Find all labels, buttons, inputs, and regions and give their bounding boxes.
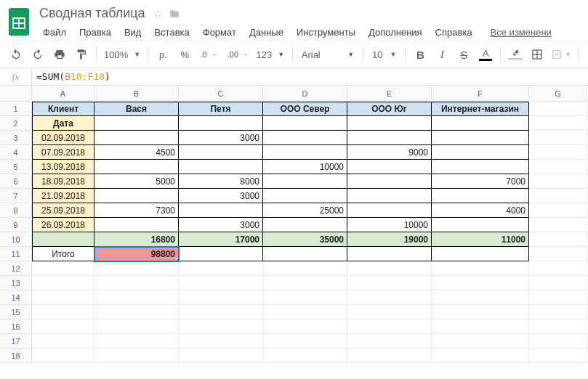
cell-C18[interactable] <box>179 349 263 363</box>
cell-G9[interactable] <box>529 218 587 232</box>
cell-D13[interactable] <box>263 276 347 290</box>
cell-F11[interactable] <box>432 247 529 261</box>
undo-button[interactable] <box>6 44 26 65</box>
cell-B6[interactable]: 5000 <box>94 174 179 189</box>
cell-B7[interactable] <box>94 189 179 203</box>
cell-A6[interactable]: 18.09.2018 <box>32 174 94 189</box>
cell-B15[interactable] <box>94 305 179 319</box>
cell-G13[interactable] <box>529 276 587 290</box>
row-head-3[interactable]: 3 <box>0 131 32 145</box>
cell-A5[interactable]: 13.09.2018 <box>32 160 94 174</box>
cell-G3[interactable] <box>529 131 587 145</box>
cell-D1[interactable]: ООО Север <box>263 102 347 116</box>
cell-G1[interactable] <box>529 102 587 116</box>
cell-D12[interactable] <box>263 261 347 276</box>
cell-D5[interactable]: 10000 <box>263 160 347 174</box>
cell-D2[interactable] <box>263 116 347 131</box>
cell-E13[interactable] <box>347 276 432 290</box>
cell-C13[interactable] <box>179 276 263 290</box>
cell-G7[interactable] <box>529 189 587 203</box>
cell-F7[interactable] <box>432 189 529 203</box>
cell-D9[interactable] <box>263 218 347 232</box>
cell-C16[interactable] <box>179 319 263 334</box>
cell-E3[interactable] <box>347 131 432 145</box>
menu-view[interactable]: Вид <box>119 24 147 41</box>
cell-C10[interactable]: 17000 <box>179 232 263 247</box>
cell-C5[interactable] <box>179 160 263 174</box>
menu-addons[interactable]: Дополнения <box>363 24 427 41</box>
cell-F16[interactable] <box>432 319 529 334</box>
cell-F17[interactable] <box>432 334 529 349</box>
cell-G6[interactable] <box>529 174 587 189</box>
cell-G4[interactable] <box>529 145 587 160</box>
cell-F18[interactable] <box>432 349 529 363</box>
cell-E17[interactable] <box>347 334 432 349</box>
cell-F1[interactable]: Интернет-магазин <box>432 102 529 116</box>
cell-B4[interactable]: 4500 <box>94 145 179 160</box>
row-head-7[interactable]: 7 <box>0 189 32 203</box>
cell-B8[interactable]: 7300 <box>94 203 179 218</box>
cell-G14[interactable] <box>529 290 587 305</box>
cell-B11[interactable]: 98800 <box>94 247 179 261</box>
col-head-C[interactable]: C <box>179 86 263 102</box>
cell-A9[interactable]: 26.09.2018 <box>32 218 94 232</box>
cell-A8[interactable]: 25.09.2018 <box>32 203 94 218</box>
text-color-button[interactable]: A <box>475 44 496 65</box>
cell-D18[interactable] <box>263 349 347 363</box>
star-icon[interactable]: ☆ <box>153 7 163 20</box>
cell-A11[interactable]: Итого <box>32 247 94 261</box>
cell-F14[interactable] <box>432 290 529 305</box>
cell-F2[interactable] <box>432 116 529 131</box>
cell-F15[interactable] <box>432 305 529 319</box>
cell-C17[interactable] <box>179 334 263 349</box>
cell-E9[interactable]: 10000 <box>347 218 432 232</box>
cell-B12[interactable] <box>94 261 179 276</box>
row-head-4[interactable]: 4 <box>0 145 32 160</box>
cell-D17[interactable] <box>263 334 347 349</box>
cell-B13[interactable] <box>94 276 179 290</box>
cell-A17[interactable] <box>32 334 94 349</box>
fill-color-button[interactable] <box>505 44 525 65</box>
cell-B14[interactable] <box>94 290 179 305</box>
row-head-18[interactable]: 18 <box>0 349 32 363</box>
cell-B10[interactable]: 16800 <box>94 232 179 247</box>
row-head-6[interactable]: 6 <box>0 174 32 189</box>
col-head-E[interactable]: E <box>347 86 432 102</box>
cell-F9[interactable] <box>432 218 529 232</box>
cell-A7[interactable]: 21.09.2018 <box>32 189 94 203</box>
folder-icon[interactable] <box>169 9 180 19</box>
row-head-17[interactable]: 17 <box>0 334 32 349</box>
cell-D11[interactable] <box>263 247 347 261</box>
more-formats-button[interactable]: 123▼ <box>253 44 288 65</box>
cell-C7[interactable]: 3000 <box>179 189 263 203</box>
cell-D6[interactable] <box>263 174 347 189</box>
cell-D14[interactable] <box>263 290 347 305</box>
cell-G2[interactable] <box>529 116 587 131</box>
cell-A1[interactable]: Клиент <box>32 102 94 116</box>
cell-E18[interactable] <box>347 349 432 363</box>
cell-G5[interactable] <box>529 160 587 174</box>
cell-C1[interactable]: Петя <box>179 102 263 116</box>
cell-B1[interactable]: Вася <box>94 102 179 116</box>
cell-G16[interactable] <box>529 319 587 334</box>
paint-format-button[interactable] <box>71 44 92 65</box>
col-head-F[interactable]: F <box>432 86 529 102</box>
cell-A10[interactable] <box>32 232 94 247</box>
menu-format[interactable]: Формат <box>198 24 241 41</box>
cell-G8[interactable] <box>529 203 587 218</box>
row-head-15[interactable]: 15 <box>0 305 32 319</box>
cell-A12[interactable] <box>32 261 94 276</box>
cell-A4[interactable]: 07.09.2018 <box>32 145 94 160</box>
cell-A14[interactable] <box>32 290 94 305</box>
row-head-5[interactable]: 5 <box>0 160 32 174</box>
cell-E10[interactable]: 19000 <box>347 232 432 247</box>
cell-C14[interactable] <box>179 290 263 305</box>
bold-button[interactable]: B <box>410 44 430 65</box>
cell-F3[interactable] <box>432 131 529 145</box>
cell-G15[interactable] <box>529 305 587 319</box>
cell-F8[interactable]: 4000 <box>432 203 529 218</box>
cell-E12[interactable] <box>347 261 432 276</box>
cell-A16[interactable] <box>32 319 94 334</box>
cell-F6[interactable]: 7000 <box>432 174 529 189</box>
doc-title[interactable]: Сводная таблица <box>38 4 147 23</box>
